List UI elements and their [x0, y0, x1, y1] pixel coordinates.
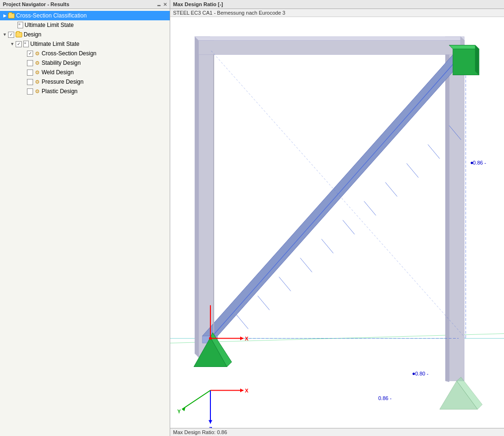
tool-icon: ⚙ [35, 69, 40, 76]
svg-text:0.86 -: 0.86 - [473, 160, 486, 166]
folder-icon [16, 32, 22, 37]
tree-item-uls-1[interactable]: Ultimate Limit State [0, 20, 170, 30]
svg-marker-10 [195, 37, 464, 41]
status-bar: Max Design Ratio: 0.86 [170, 428, 504, 436]
csd-checkbox[interactable] [27, 51, 33, 57]
expander-icon [21, 79, 26, 85]
expander-icon [21, 70, 26, 75]
svg-text:Y: Y [177, 409, 181, 414]
svg-text:X: X [245, 388, 249, 393]
svg-rect-3 [199, 41, 214, 358]
tree-item-cross-section-design[interactable]: ⚙ Cross-Section Design [0, 49, 170, 58]
expander-icon [21, 88, 26, 94]
tree-item-plastic-design[interactable]: ⚙ Plastic Design [0, 87, 170, 96]
expander-icon[interactable]: ▼ [9, 41, 15, 47]
3d-structure-svg: X X Z Y 0.86 - 0.80 - 0.86 - [170, 17, 504, 428]
svg-text:0.80 -: 0.80 - [415, 371, 428, 376]
tree-item-stability-design[interactable]: ⚙ Stability Design [0, 58, 170, 68]
svg-point-55 [413, 373, 415, 375]
expander-icon[interactable]: ▶ [2, 13, 8, 18]
view-header: Max Design Ratio [-] [170, 0, 504, 9]
tree-item-label: Weld Design [42, 69, 74, 76]
page-icon [23, 41, 29, 47]
svg-rect-6 [449, 41, 464, 381]
tree-item-pressure-design[interactable]: ⚙ Pressure Design [0, 77, 170, 87]
folder-icon [8, 13, 15, 18]
tree-item-label: Ultimate Limit State [25, 22, 74, 28]
pin-icon[interactable]: 🗕 [156, 2, 161, 7]
svg-text:0.86 -: 0.86 - [378, 395, 391, 401]
3d-view-panel: Max Design Ratio [-] STEEL EC3 CA1 - Bem… [170, 0, 504, 436]
tree-item-label: Stability Design [42, 60, 81, 66]
page-icon [17, 22, 23, 28]
svg-marker-7 [445, 37, 449, 382]
tree-item-label: Cross-Section Classification [16, 12, 87, 19]
status-text: Max Design Ratio: 0.86 [173, 429, 227, 435]
wd-checkbox[interactable] [27, 70, 33, 76]
tree-item-weld-design[interactable]: ⚙ Weld Design [0, 68, 170, 77]
project-navigator-panel: Project Navigator - Results 🗕 ✕ ▶ Cross-… [0, 0, 170, 436]
view-subtitle: STEEL EC3 CA1 - Bemessung nach Eurocode … [170, 9, 504, 17]
view-subtitle-text: STEEL EC3 CA1 - Bemessung nach Eurocode … [173, 10, 285, 16]
svg-marker-33 [449, 45, 479, 49]
tree-item-label: Ultimate Limit State [30, 41, 79, 47]
tree-item-label: Pressure Design [42, 78, 84, 85]
svg-marker-34 [475, 45, 479, 75]
tree-item-label: Plastic Design [42, 88, 78, 95]
svg-marker-46 [209, 420, 212, 424]
panel-header: Project Navigator - Results 🗕 ✕ [0, 0, 170, 9]
expander-icon[interactable]: ▼ [2, 32, 8, 37]
3d-canvas[interactable]: X X Z Y 0.86 - 0.80 - 0.86 - [170, 17, 504, 428]
svg-marker-4 [195, 37, 199, 358]
tree-container: ▶ Cross-Section Classification Ultimate … [0, 9, 170, 436]
svg-point-54 [471, 162, 473, 164]
tool-icon: ⚙ [35, 50, 40, 57]
close-icon[interactable]: ✕ [163, 2, 167, 7]
view-header-title: Max Design Ratio [-] [173, 1, 223, 7]
expander-icon [11, 22, 17, 28]
tree-item-design[interactable]: ▼ Design [0, 30, 170, 39]
tree-item-label: Cross-Section Design [42, 50, 96, 57]
tree-item-cross-section-classification[interactable]: ▶ Cross-Section Classification [0, 11, 170, 20]
tool-icon: ⚙ [35, 60, 40, 66]
sd-checkbox[interactable] [27, 60, 33, 66]
panel-header-icons: 🗕 ✕ [156, 2, 167, 7]
expander-icon [21, 51, 26, 56]
uls-checkbox[interactable] [16, 41, 22, 47]
tree-item-uls-2[interactable]: ▼ Ultimate Limit State [0, 39, 170, 49]
tool-icon: ⚙ [35, 78, 40, 85]
svg-text:Z: Z [209, 426, 212, 428]
expander-icon [21, 60, 26, 66]
pld-checkbox[interactable] [27, 88, 33, 95]
panel-title: Project Navigator - Results [3, 1, 70, 7]
pd-checkbox[interactable] [27, 79, 33, 85]
tool-icon: ⚙ [35, 88, 40, 95]
tree-item-label: Design [24, 31, 41, 38]
svg-rect-9 [199, 41, 464, 55]
svg-text:X: X [245, 336, 249, 341]
design-checkbox[interactable] [8, 32, 14, 38]
